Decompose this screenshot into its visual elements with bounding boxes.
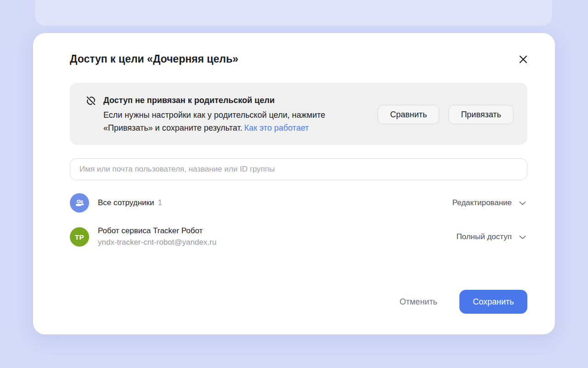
banner-actions: Сравнить Привязать <box>378 105 514 124</box>
chevron-down-icon <box>518 198 527 208</box>
background-card <box>35 0 552 26</box>
dialog-title: Доступ к цели «Дочерняя цель» <box>70 52 238 65</box>
list-item-group: Все сотрудники 1 Редактирование <box>70 193 527 213</box>
avatar-initials: TP <box>75 233 84 241</box>
bind-button[interactable]: Привязать <box>448 105 514 124</box>
permission-label: Полный доступ <box>456 232 512 242</box>
group-icon <box>74 197 85 209</box>
access-dialog: Доступ к цели «Дочерняя цель» Доступ не … <box>33 33 555 334</box>
user-info: Робот сервиса Tracker Робот yndx-tracker… <box>98 225 216 248</box>
banner-description-line1: Если нужны настройки как у родительской … <box>103 110 325 120</box>
group-avatar <box>70 193 89 213</box>
banner-description-line2: «Привязать» и сохраните результат. <box>103 123 242 132</box>
close-button[interactable] <box>516 52 530 66</box>
permission-dropdown[interactable]: Редактирование <box>452 198 527 208</box>
member-email: yndx-tracker-cnt-robot@yandex.ru <box>98 236 216 248</box>
compare-button[interactable]: Сравнить <box>378 105 439 124</box>
chevron-down-icon <box>518 232 527 242</box>
dialog-footer: Отменить Сохранить <box>400 290 527 314</box>
close-icon <box>518 54 529 65</box>
group-info: Все сотрудники 1 <box>98 197 162 208</box>
how-it-works-link[interactable]: Как это работает <box>244 123 309 132</box>
user-avatar: TP <box>70 227 89 247</box>
unlink-icon <box>85 95 97 107</box>
banner-title: Доступ не привязан к родительской цели <box>103 94 325 106</box>
save-button[interactable]: Сохранить <box>459 290 527 314</box>
permission-label: Редактирование <box>452 198 512 207</box>
info-banner: Доступ не привязан к родительской цели Е… <box>70 83 527 145</box>
search-input[interactable] <box>70 158 527 180</box>
cancel-button[interactable]: Отменить <box>400 297 437 307</box>
list-item-user: TP Робот сервиса Tracker Робот yndx-trac… <box>70 227 527 247</box>
member-name: Робот сервиса Tracker Робот <box>98 225 203 236</box>
permission-dropdown[interactable]: Полный доступ <box>456 232 527 242</box>
member-count: 1 <box>158 198 162 207</box>
member-name: Все сотрудники <box>98 197 154 208</box>
banner-text: Доступ не привязан к родительской цели Е… <box>103 94 325 134</box>
banner-description: Если нужны настройки как у родительской … <box>103 109 325 134</box>
